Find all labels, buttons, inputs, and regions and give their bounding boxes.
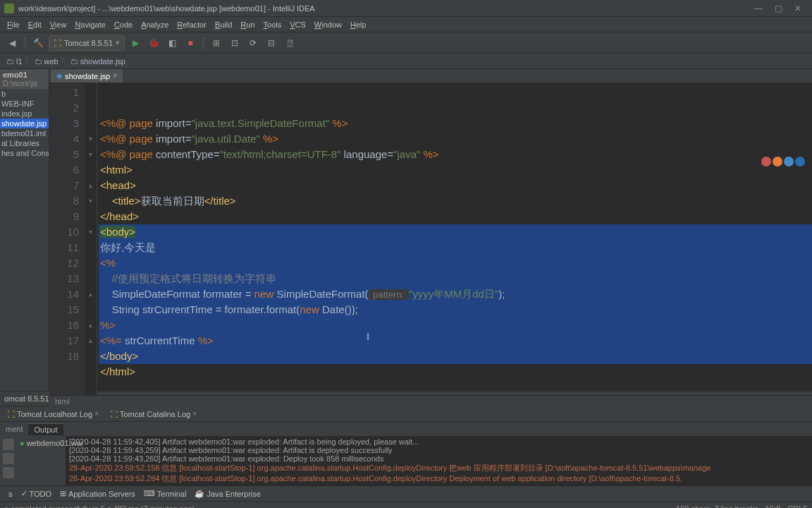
run-log-tab[interactable]: ⛶Tomcat Catalina Log × [106,409,201,420]
run-inner-tab-1[interactable]: Output [28,423,63,435]
stop-button[interactable]: ■ [183,35,198,51]
firefox-icon[interactable] [773,157,782,167]
code-line[interactable]: //使用预定格式将日期转换为字符串 [99,271,812,286]
status-bar: n completed successfully in 5 s 483 ms (… [0,501,812,508]
status-message: n completed successfully in 5 s 483 ms (… [4,504,195,509]
tree-node[interactable]: al Libraries [0,138,49,148]
deployment-node[interactable]: ● webdemo01:war [17,436,66,450]
run-config-select[interactable]: ⛶ Tomcat 8.5.51 ▾ [49,35,125,51]
close-icon[interactable]: × [192,410,197,418]
menu-tools[interactable]: Tools [259,20,286,29]
coverage-button[interactable]: ◧ [164,35,180,51]
toolbar-icon-4[interactable]: ⊟ [264,35,279,51]
menu-navigate[interactable]: Navigate [70,20,109,29]
code-line[interactable]: </body> [99,349,812,364]
ok-icon: ● [20,439,25,447]
maximize-button[interactable]: ▢ [768,4,788,13]
hammer-icon[interactable]: 🔨 [30,35,46,51]
toolwindow-icon: ☕ [195,489,204,498]
close-icon[interactable]: × [113,72,117,80]
toolbar-icon-1[interactable]: ⊞ [209,35,224,51]
code-line[interactable]: <%@ page import="java.util.Date" %> [99,131,812,147]
code-line[interactable] [99,380,812,395]
toolwindow-btn-application-servers[interactable]: ⊞ Application Servers [56,489,140,498]
menu-help[interactable]: Help [346,20,371,29]
code-line[interactable]: <% [99,255,812,271]
run-tool-3[interactable] [3,467,14,478]
breadcrumb-item[interactable]: 🗀 showdate.jsp [68,57,128,66]
menu-vcs[interactable]: VCS [285,20,310,29]
code-line[interactable]: <body> [99,224,812,240]
breadcrumb-item[interactable]: 🗀 web [32,57,61,66]
toolwindow-btn-todo[interactable]: ✓ TODO [17,489,56,498]
tree-node[interactable]: index.jsp [0,109,49,119]
editor-tabbar: ◆ showdate.jsp × [49,69,812,83]
ie-icon[interactable] [784,157,794,167]
toolbar-icon-5[interactable]: ⍰ [282,35,297,51]
console-output[interactable]: [2020-04-28 11:59:42,405] Artifact webde… [66,436,812,485]
code-line[interactable]: </html> [99,364,812,380]
code-line[interactable]: String strCurrentTime = formater.format(… [99,302,812,318]
close-button[interactable]: ✕ [788,4,808,13]
tree-node[interactable]: b [0,89,49,99]
status-lineend: CRLF [787,504,808,509]
debug-button[interactable]: 🐞 [146,35,161,51]
menu-analyze[interactable]: Analyze [137,20,173,29]
run-inner-tab-0[interactable]: ment [0,423,28,435]
code-line[interactable]: <%@ page contentType="text/html;charset=… [99,147,812,162]
fold-gutter: ▾▾▴▾▾▴▴▴ [85,83,97,395]
menu-refactor[interactable]: Refactor [173,20,211,29]
code-editor[interactable]: 123456789101112131415161718 ▾▾▴▾▾▴▴▴ <%@… [49,83,812,395]
menu-window[interactable]: Window [310,20,346,29]
code-line[interactable]: </head> [99,209,812,224]
menu-code[interactable]: Code [110,20,137,29]
toolwindow-btn-java-enterprise[interactable]: ☕ Java Enterprise [190,489,264,498]
chrome-icon[interactable] [761,157,771,167]
toolwindow-btn-s[interactable]: s [4,490,17,498]
menu-run[interactable]: Run [236,20,259,29]
tree-node[interactable]: bdemo01.iml [0,128,49,138]
run-log-tab[interactable]: ⛶Tomcat Localhost Log × [3,409,103,420]
chevron-down-icon: ▾ [116,38,120,47]
code-line[interactable]: <%= strCurrentTime %> [99,333,812,349]
folder-icon: 🗀 [35,57,42,66]
code-line[interactable]: <%@ page import="java.text.SimpleDateFor… [99,116,812,131]
menu-build[interactable]: Build [211,20,236,29]
tool-window-bar: s✓ TODO⊞ Application Servers⌨ Terminal☕ … [0,485,812,501]
code-line[interactable]: <title>获取当前日期</title> [99,193,812,209]
menu-file[interactable]: File [3,20,24,29]
run-tool-1[interactable] [3,439,14,450]
window-title: work\ideawork\project] - ...\webdemo01\w… [18,4,749,13]
back-button[interactable]: ◀ [4,35,20,51]
menu-view[interactable]: View [46,20,71,29]
run-button[interactable]: ▶ [128,35,143,51]
tomcat-icon: ⛶ [54,39,61,47]
edge-icon[interactable] [795,157,805,167]
code-line[interactable]: 你好,今天是 [99,240,812,255]
run-tool-2[interactable] [3,453,14,464]
toolwindow-icon: ⊞ [60,489,66,498]
toolbar-icon-2[interactable]: ⊡ [227,35,242,51]
code-line[interactable]: <html> [99,162,812,178]
toolwindow-icon: ✓ [21,489,27,498]
project-root[interactable]: emo01 D:\work\ja [0,69,49,89]
tree-node[interactable]: hes and Consoles [0,148,49,158]
code-content[interactable]: <%@ page import="java.text.SimpleDateFor… [97,83,812,395]
code-line[interactable]: %> [99,318,812,333]
tree-node[interactable]: showdate.jsp [0,119,49,128]
project-tree: emo01 D:\work\ja bWEB-INFindex.jspshowda… [0,69,49,391]
toolbar-icon-3[interactable]: ⟳ [245,35,261,51]
breadcrumb-item[interactable]: 🗀 l1 [4,57,25,66]
deployment-tree: ● webdemo01:war [17,436,66,485]
line-gutter: 123456789101112131415161718 [49,83,85,395]
code-line[interactable]: <head> [99,178,812,193]
editor-tab-showdate[interactable]: ◆ showdate.jsp × [51,69,123,83]
tree-node[interactable]: WEB-INF [0,99,49,109]
run-tabs: ⛶Tomcat Localhost Log ×⛶Tomcat Catalina … [0,406,812,422]
minimize-button[interactable]: — [749,4,768,13]
close-icon[interactable]: × [94,410,99,418]
toolwindow-btn-terminal[interactable]: ⌨ Terminal [140,489,191,498]
code-line[interactable]: SimpleDateFormat formater = new SimpleDa… [99,286,812,302]
tab-label: showdate.jsp [65,72,110,80]
menu-edit[interactable]: Edit [24,20,46,29]
